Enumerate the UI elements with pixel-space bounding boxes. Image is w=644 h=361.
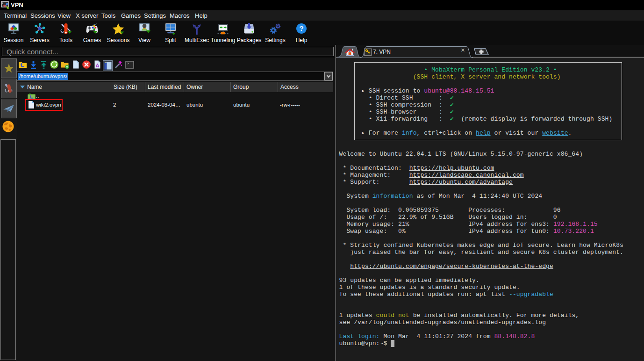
svg-text:>: >	[127, 62, 129, 65]
svg-text:?: ?	[299, 24, 303, 32]
svg-text:A: A	[96, 63, 100, 68]
